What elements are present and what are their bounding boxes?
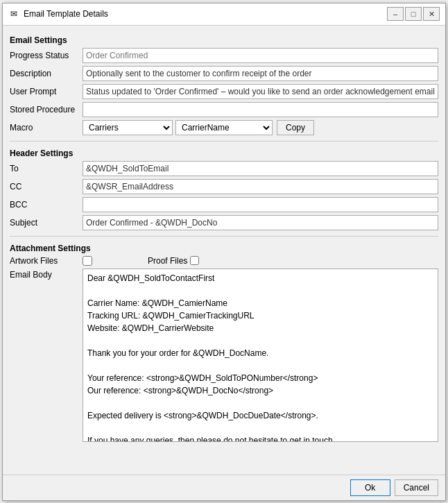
header-settings-header: Header Settings: [10, 148, 438, 158]
cc-label: CC: [10, 182, 83, 191]
proof-files-group: Proof Files: [148, 256, 199, 266]
attachment-row: Artwork Files Proof Files: [10, 256, 438, 266]
window-icon: ✉: [8, 8, 19, 19]
macro-label: Macro: [10, 123, 83, 133]
title-bar-left: ✉ Email Template Details: [8, 8, 108, 19]
user-prompt-input[interactable]: [83, 84, 438, 99]
progress-status-row: Progress Status: [10, 48, 438, 63]
artwork-checkbox-group: [83, 256, 92, 266]
divider-1: [10, 141, 438, 142]
to-label: To: [10, 164, 83, 173]
email-template-dialog: ✉ Email Template Details – □ ✕ Email Set…: [2, 3, 446, 501]
to-row: To: [10, 161, 438, 176]
stored-procedure-row: Stored Procedure: [10, 102, 438, 117]
email-settings-header: Email Settings: [10, 35, 438, 45]
bcc-label: BCC: [10, 200, 83, 210]
email-body-textarea[interactable]: Dear &QWDH_SoldToContactFirst Carrier Na…: [83, 268, 438, 442]
cc-row: CC: [10, 179, 438, 194]
progress-status-label: Progress Status: [10, 51, 83, 60]
title-controls: – □ ✕: [387, 7, 440, 21]
subject-input[interactable]: [83, 215, 438, 230]
description-label: Description: [10, 69, 83, 78]
attachment-settings-header: Attachment Settings: [10, 244, 438, 253]
close-button[interactable]: ✕: [423, 7, 440, 21]
cc-input[interactable]: [83, 179, 438, 194]
ok-button[interactable]: Ok: [350, 479, 390, 496]
artwork-files-label: Artwork Files: [10, 256, 83, 266]
window-title: Email Template Details: [24, 9, 108, 19]
macro-select-2[interactable]: CarrierName: [175, 120, 273, 135]
maximize-button[interactable]: □: [405, 7, 422, 21]
to-input[interactable]: [83, 161, 438, 176]
minimize-button[interactable]: –: [387, 7, 404, 21]
progress-status-input[interactable]: [83, 48, 438, 63]
macro-row: Macro Carriers CarrierName Copy: [10, 120, 438, 135]
bcc-row: BCC: [10, 197, 438, 212]
stored-procedure-label: Stored Procedure: [10, 105, 83, 114]
subject-row: Subject: [10, 215, 438, 230]
proof-files-checkbox[interactable]: [190, 256, 199, 265]
user-prompt-label: User Prompt: [10, 87, 83, 96]
user-prompt-row: User Prompt: [10, 84, 438, 99]
subject-label: Subject: [10, 218, 83, 228]
dialog-content: Email Settings Progress Status Descripti…: [3, 26, 445, 475]
email-body-label: Email Body: [10, 268, 83, 442]
copy-button[interactable]: Copy: [277, 120, 314, 135]
dialog-footer: Ok Cancel: [3, 475, 445, 500]
divider-2: [10, 236, 438, 237]
title-bar: ✉ Email Template Details – □ ✕: [3, 3, 445, 26]
macro-select-1[interactable]: Carriers: [83, 120, 173, 135]
description-row: Description: [10, 66, 438, 81]
cancel-button[interactable]: Cancel: [395, 479, 438, 496]
proof-files-label: Proof Files: [148, 256, 187, 266]
artwork-files-checkbox[interactable]: [83, 256, 92, 266]
description-input[interactable]: [83, 66, 438, 81]
stored-procedure-input[interactable]: [83, 102, 438, 117]
bcc-input[interactable]: [83, 197, 438, 212]
email-body-container: Email Body Dear &QWDH_SoldToContactFirst…: [10, 268, 438, 442]
